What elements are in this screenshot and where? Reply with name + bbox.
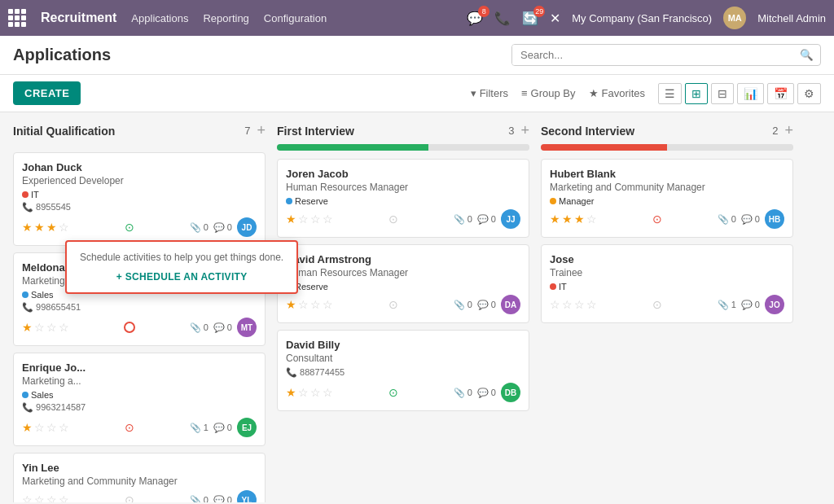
search-button[interactable]: 🔍 [793,45,820,65]
nav-reporting[interactable]: Reporting [203,12,248,24]
column-progress [277,144,529,151]
card-meta: 📎 0 💬 0 DB [454,383,520,402]
star-0: ☆ [550,298,560,311]
star-1: ☆ [562,298,573,311]
card-avatar: JJ [501,209,520,229]
card-position: Trainee [550,267,784,278]
tag-dot [550,198,556,204]
star-3: ☆ [323,298,333,311]
card-bottom: ★☆☆☆ ⊙ 📎 0 💬 0 DB [286,383,520,402]
groupby-icon: ≡ [521,87,528,99]
calendar-view-button[interactable]: 📅 [767,83,794,104]
comment-count: 💬 0 [741,300,760,310]
card-meta: 📎 0 💬 0 HB [718,209,784,229]
topnav-right: 💬 8 📞 🔄 29 ✕ My Company (San Francisco) … [467,7,826,29]
company-name[interactable]: My Company (San Francisco) [572,12,712,24]
kanban-card[interactable]: Hubert Blank Marketing and Community Man… [541,159,793,238]
star-3: ☆ [323,213,333,226]
card-stars: ★★★☆ [550,213,597,226]
card-tag: Reserve [286,282,520,291]
card-bottom: ★☆☆☆ 📎 0 💬 0 MT [22,318,257,337]
card-stars: ★☆☆☆ [22,321,69,334]
kanban-card[interactable]: Yin Lee Marketing and Community Manager … [13,453,266,502]
card-avatar: DB [501,383,520,402]
kanban-view-button[interactable]: ⊞ [685,83,708,104]
attachment-count: 📎 0 [718,214,736,225]
chat-icon[interactable]: 💬 8 [467,11,483,26]
card-bottom: ★★★☆ ⊙ 📎 0 💬 0 JD [22,217,257,237]
app-name: Recruitment [41,11,116,25]
kanban-column-initial-qualification: Initial Qualification 7 + Johan Duck Exp… [13,122,266,493]
star-2: ☆ [46,421,57,434]
card-phone: 📞 8955545 [22,202,257,213]
kanban-card[interactable]: David Armstrong Human Resources Manager … [277,244,529,323]
user-avatar[interactable]: MA [723,7,746,29]
status-icon: ⊙ [125,421,134,434]
kanban-card[interactable]: Jose Trainee IT ☆☆☆☆ ⊙ 📎 1 💬 0 JO [541,244,793,323]
column-add-button[interactable]: + [784,122,793,139]
card-phone: 📞 998655451 [22,302,257,313]
card-name: David Billy [286,339,520,351]
top-navigation: Recruitment Applications Reporting Confi… [0,0,834,36]
column-title: Second Interview [541,125,634,138]
tag-label: Reserve [295,282,328,291]
status-icon[interactable] [124,322,135,333]
group-by-button[interactable]: ≡ Group By [521,87,576,99]
tag-label: Sales [31,290,54,300]
star-3: ☆ [59,321,69,334]
card-stars: ★☆☆☆ [286,386,333,399]
tooltip-text: Schedule activities to help you get thin… [80,252,283,263]
settings-view-button[interactable]: ⚙ [797,83,821,104]
chat-badge: 8 [478,6,489,17]
tag-label: Sales [31,390,54,400]
kanban-card[interactable]: David Billy Consultant 📞 888774455 ★☆☆☆ … [277,330,529,411]
view-icons: ☰ ⊞ ⊟ 📊 📅 ⚙ [658,83,821,104]
card-position: Marketing and Community Manager [22,476,257,487]
star-0: ★ [286,213,296,226]
column-add-button[interactable]: + [520,122,529,139]
schedule-activity-button[interactable]: + SCHEDULE AN ACTIVITY [80,271,283,283]
card-name: Hubert Blank [550,168,784,180]
create-button[interactable]: CREATE [13,81,81,105]
chart-view-button[interactable]: 📊 [737,83,764,104]
card-name: Jose [550,253,784,265]
tag-label: IT [31,190,39,199]
status-icon: ⊙ [652,213,662,226]
kanban-card[interactable]: Joren Jacob Human Resources Manager Rese… [277,159,529,238]
column-add-button[interactable]: + [257,122,266,139]
star-3: ☆ [59,221,69,234]
filters-button[interactable]: ▾ Filters [471,87,508,99]
subheader: Applications 🔍 [0,36,834,75]
card-tag: Reserve [286,196,520,206]
nav-configuration[interactable]: Configuration [264,12,327,24]
close-icon[interactable]: ✕ [550,11,560,26]
card-position: Human Resources Manager [286,267,520,278]
activity-tooltip: Schedule activities to help you get thin… [65,240,298,294]
card-tag: Sales [22,390,257,400]
activity-icon[interactable]: 🔄 29 [522,11,538,26]
table-view-button[interactable]: ⊟ [711,83,734,104]
star-2: ☆ [574,298,585,311]
card-meta: 📎 1 💬 0 EJ [190,418,257,437]
toolbar: CREATE ▾ Filters ≡ Group By ★ Favorites … [0,75,834,112]
tag-dot [286,198,292,204]
favorites-button[interactable]: ★ Favorites [589,87,645,99]
app-grid-icon[interactable] [8,9,26,27]
search-bar: 🔍 [511,44,821,66]
star-0: ★ [550,213,560,226]
card-name: David Armstrong [286,253,520,265]
card-meta: 📎 0 💬 0 YL [190,490,257,502]
column-title: Initial Qualification [13,125,115,138]
card-avatar: MT [237,318,257,337]
card-meta: 📎 1 💬 0 JO [718,295,784,314]
kanban-card[interactable]: Enrique Jo... Marketing a... Sales 📞 996… [13,353,266,446]
toolbar-right: ▾ Filters ≡ Group By ★ Favorites ☰ ⊞ ⊟ 📊… [471,83,821,104]
kanban-card[interactable]: Johan Duck Experienced Developer IT 📞 89… [13,152,266,246]
star-0: ★ [22,421,33,434]
phone-icon[interactable]: 📞 [494,11,511,26]
list-view-button[interactable]: ☰ [658,83,682,104]
search-input[interactable] [512,45,793,65]
nav-applications[interactable]: Applications [131,12,188,24]
card-meta: 📎 0 💬 0 MT [190,318,257,337]
card-name: Joren Jacob [286,168,520,180]
